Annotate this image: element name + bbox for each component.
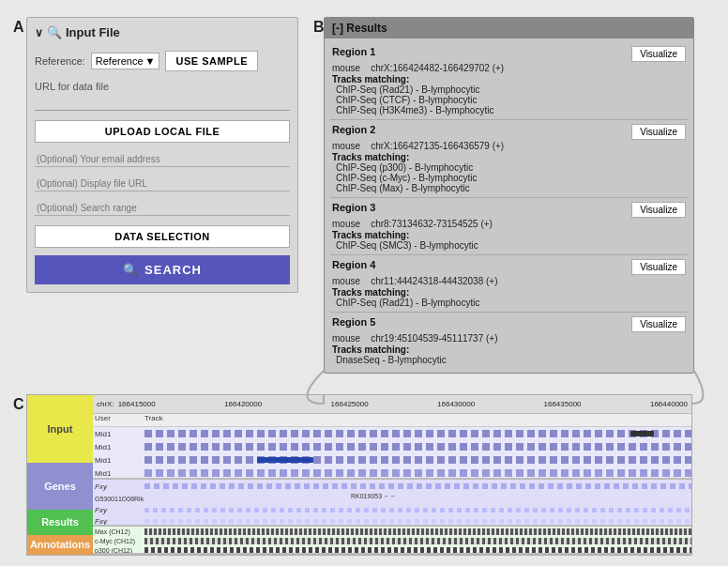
region-organism: mouse chr19:45104539-45111737 (+) (332, 333, 686, 344)
region-header-row: Region 2 Visualize (332, 124, 686, 140)
track-item: ChIP-Seq (Rad21) - B-lymphocytic (336, 84, 686, 95)
track-item: ChIP-Seq (c-Myc) - B-lymphocytic (336, 173, 686, 183)
result-region-4: Region 4 Visualize mouse chr11:44424318-… (330, 255, 688, 313)
region-title: Region 4 (332, 259, 375, 270)
user-track-header: User Track (93, 414, 691, 427)
tracks-label: Tracks matching: (332, 287, 686, 298)
url-input[interactable] (35, 95, 290, 111)
genome-ruler: chrX: 1664150001664200001664250001664300… (93, 395, 691, 414)
genes-tracks: Fxy G530011O06Rik RK019053 ←← Fxy Fxy (93, 480, 691, 527)
email-input[interactable] (35, 152, 290, 167)
result-region-3: Region 3 Visualize mouse chr8:73134632-7… (330, 198, 688, 255)
results-header: [-] Results (325, 18, 693, 38)
result-row-cmyc: c-Myc (CH12) (93, 536, 691, 545)
gene-row-fxy-1: Fxy (93, 480, 691, 493)
tracks-label: Tracks matching: (332, 74, 686, 84)
visualize-button-1[interactable]: Visualize (631, 46, 686, 62)
region-title: Region 5 (332, 316, 375, 328)
region-header-row: Region 4 Visualize (332, 259, 686, 275)
section-label-b: B (313, 19, 325, 36)
track-label: Track (144, 414, 163, 426)
position-label: 166425000 (331, 400, 369, 408)
tracks-label: Tracks matching: (332, 344, 686, 355)
region-title: Region 1 (332, 46, 375, 57)
input-tracks: Mid1 Mid1 Mid1 Mid1 (93, 427, 691, 480)
results-tracks: Max (CH12) c-Myc (CH12) p300 (CH12) (93, 527, 691, 555)
search-icon-btn: 🔍 (123, 263, 139, 277)
genome-content: chrX: 1664150001664200001664250001664300… (93, 395, 691, 555)
annotations-label-text: Annotations (30, 539, 90, 550)
section-label-c: C (13, 396, 24, 413)
input-label-text: Input (48, 423, 73, 435)
sidebar-label-input: Input (27, 395, 93, 463)
track-item: ChIP-Seq (SMC3) - B-lymphocytic (336, 240, 686, 251)
search-label: SEARCH (144, 263, 202, 277)
region-organism: mouse chrX:166424482-166429702 (+) (332, 63, 686, 73)
user-label: User (93, 414, 144, 426)
track-row-mid1-3: Mid1 (93, 453, 691, 467)
visualize-button-4[interactable]: Visualize (631, 259, 686, 275)
position-label: 166420000 (224, 400, 262, 408)
panel-a-title: Input File (66, 25, 120, 39)
result-region-5: Region 5 Visualize mouse chr19:45104539-… (330, 313, 688, 369)
results-body: Region 1 Visualize mouse chrX:166424482-… (325, 38, 693, 373)
tracks-label: Tracks matching: (332, 230, 686, 240)
sidebar-label-results: Results (27, 510, 93, 535)
result-row-p300: p300 (CH12) (93, 545, 691, 555)
sidebar-labels: Input Genes Results Annotations (27, 395, 93, 555)
visualize-button-2[interactable]: Visualize (631, 124, 686, 140)
track-row-mid1-1: Mid1 (93, 427, 691, 440)
url-field-row: URL for data file (35, 81, 290, 111)
visualize-button-3[interactable]: Visualize (631, 202, 686, 218)
reference-row: Reference: Reference ▼ USE SAMPLE (35, 51, 290, 71)
section-label-a: A (13, 19, 24, 36)
genome-browser-panel: Input Genes Results Annotations chrX: 16… (26, 394, 692, 556)
track-item: ChIP-Seq (Rad21) - B-lymphocytic (336, 298, 686, 308)
panel-b: [-] Results Region 1 Visualize mouse chr… (324, 17, 694, 374)
gene-row-fxy-2: Fxy (93, 504, 691, 515)
sidebar-label-annotations: Annotations (27, 535, 93, 555)
position-label: 166430000 (437, 400, 475, 408)
dropdown-arrow-icon: ▼ (145, 55, 156, 67)
upload-local-file-button[interactable]: UPLOAD LOCAL FILE (35, 120, 290, 143)
tracks-label: Tracks matching: (332, 152, 686, 162)
position-label: 166440000 (650, 400, 688, 408)
region-header-row: Region 1 Visualize (332, 46, 686, 62)
reference-label: Reference: (35, 55, 85, 67)
position-labels: 1664150001664200001664250001664300001664… (118, 400, 688, 408)
genes-label-text: Genes (44, 481, 76, 492)
results-label-text: Results (41, 516, 79, 528)
region-organism: mouse chr11:44424318-44432038 (+) (332, 276, 686, 286)
region-organism: mouse chr8:73134632-73154525 (+) (332, 219, 686, 229)
chevron-icon: ∨ (35, 26, 43, 39)
data-selection-button[interactable]: DATA SELECTION (35, 225, 290, 248)
visualize-button-5[interactable]: Visualize (631, 316, 686, 332)
chr-label: chrX: (97, 400, 114, 408)
search-range-input[interactable] (35, 201, 290, 216)
result-region-1: Region 1 Visualize mouse chrX:166424482-… (330, 42, 688, 120)
reference-value: Reference (96, 55, 144, 67)
use-sample-button[interactable]: USE SAMPLE (165, 51, 258, 71)
track-item: ChIP-Seq (CTCF) - B-lymphocytic (336, 95, 686, 105)
position-label: 166435000 (543, 400, 581, 408)
display-url-input[interactable] (35, 176, 290, 191)
url-label: URL for data file (35, 81, 290, 92)
track-item: DnaseSeq - B-lymphocytic (336, 355, 686, 365)
panel-a-header: ∨ 🔍 Input File (35, 25, 290, 39)
region-title: Region 2 (332, 124, 375, 135)
result-region-2: Region 2 Visualize mouse chrX:166427135-… (330, 120, 688, 198)
track-item: ChIP-Seq (p300) - B-lymphocytic (336, 162, 686, 173)
search-button[interactable]: 🔍 SEARCH (35, 255, 290, 284)
result-row-max: Max (CH12) (93, 527, 691, 536)
position-label: 166415000 (118, 400, 156, 408)
genome-browser: Input Genes Results Annotations chrX: 16… (27, 395, 691, 555)
sidebar-label-genes: Genes (27, 463, 93, 510)
panel-a: ∨ 🔍 Input File Reference: Reference ▼ US… (26, 17, 298, 293)
gene-row-labels: G530011O06Rik RK019053 ←← (93, 493, 691, 504)
region-header-row: Region 3 Visualize (332, 202, 686, 218)
region-header-row: Region 5 Visualize (332, 316, 686, 332)
track-item: ChIP-Seq (H3K4me3) - B-lymphocytic (336, 105, 686, 115)
track-item: ChIP-Seq (Max) - B-lymphocytic (336, 183, 686, 193)
reference-select[interactable]: Reference ▼ (91, 53, 160, 69)
gene-row-fxy-3: Fxy (93, 515, 691, 527)
